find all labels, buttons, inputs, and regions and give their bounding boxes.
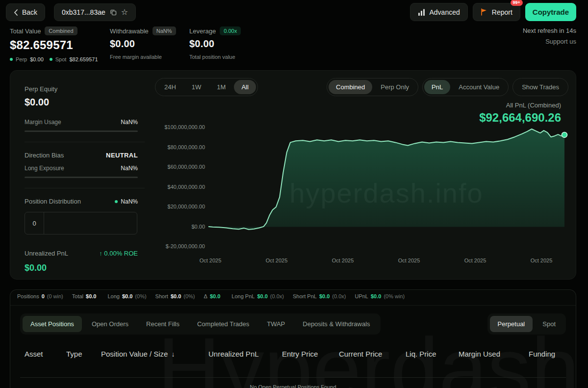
y-tick-label: $0.00: [157, 224, 205, 230]
col-header-entry-price[interactable]: Entry Price: [282, 350, 318, 358]
combined-badge: Combined: [45, 26, 77, 35]
tab-24h[interactable]: 24H: [157, 80, 183, 94]
unrealized-pnl-label: Unrealized PnL: [25, 250, 68, 257]
summary-short-pnl: Short PnL$0.0(0.0x): [293, 293, 346, 299]
total-value-stat: Total Value Combined $82.659571 Perp $0.…: [10, 26, 98, 62]
perp-value: $0.00: [30, 56, 44, 62]
col-header-current-price[interactable]: Current Price: [339, 350, 382, 358]
spot-label: Spot: [55, 56, 67, 62]
col-header-unrealized-pnl[interactable]: Unrealized PnL: [208, 350, 259, 358]
topbar-actions: Advanced Report 99+ Copytrade: [410, 3, 577, 21]
tab-asset-positions[interactable]: Asset Positions: [23, 316, 82, 332]
positions-section: Hyperdash Positions0(0 win) Total$0.0 Lo…: [10, 289, 576, 388]
distribution-dot-icon: [115, 200, 118, 203]
perp-dot-icon: [10, 58, 13, 61]
support-us-link[interactable]: Support us: [545, 38, 576, 45]
report-label: Report: [492, 8, 512, 16]
direction-bias-value: NEUTRAL: [106, 152, 138, 159]
withdrawable-badge: NaN%: [153, 26, 176, 35]
perp-label: Perp: [16, 56, 27, 62]
direction-bias-label: Direction Bias: [25, 152, 64, 159]
x-tick-label: Oct 2025: [332, 258, 354, 263]
top-bar: Back 0xb317...83ae ☆ Advanced Report 99+…: [0, 0, 588, 24]
withdrawable-amount: $0.00: [110, 38, 176, 50]
back-button[interactable]: Back: [6, 3, 45, 21]
unrealized-pnl-value: $0.00: [25, 263, 138, 273]
long-exposure-label: Long Exposure: [25, 165, 64, 172]
leverage-stat: Leverage 0.00x $0.00 Total position valu…: [189, 26, 241, 60]
positions-summary-row: Positions0(0 win) Total$0.0 Long$0.0(0%)…: [17, 293, 571, 299]
show-trades-group: Show Trades: [512, 78, 568, 96]
margin-usage-value: NaN%: [121, 119, 138, 126]
long-exposure-value: NaN%: [121, 165, 138, 172]
table-tabs-row: Asset Positions Open Orders Recent Fills…: [20, 313, 566, 335]
report-button[interactable]: Report 99+: [473, 3, 520, 21]
col-header-position-value[interactable]: Position Value / Size ↓: [101, 350, 175, 358]
tab-completed-trades[interactable]: Completed Trades: [189, 316, 257, 332]
col-header-liq-price[interactable]: Liq. Price: [406, 350, 436, 358]
summary-positions: Positions0(0 win): [17, 293, 63, 299]
x-tick-label: Oct 2025: [200, 258, 222, 263]
tab-1m[interactable]: 1M: [209, 80, 233, 94]
tab-account-value[interactable]: Account Value: [451, 80, 507, 94]
star-icon[interactable]: ☆: [121, 8, 128, 16]
leverage-badge: 0.00x: [220, 26, 241, 35]
divider: [10, 305, 576, 306]
spot-dot-icon: [50, 58, 52, 61]
spot-value: $82.659571: [69, 56, 98, 62]
copytrade-button[interactable]: Copytrade: [525, 3, 576, 21]
y-tick-label: $20,000,000.00: [157, 204, 205, 209]
tab-all[interactable]: All: [234, 80, 256, 94]
summary-long-pnl: Long PnL$0.0(0.0x): [231, 293, 284, 299]
copy-icon[interactable]: [110, 9, 117, 16]
total-value-amount: $82.659571: [10, 38, 98, 52]
leverage-amount: $0.00: [189, 38, 241, 50]
summary-total: Total$0.0: [72, 293, 99, 299]
table-tabs: Asset Positions Open Orders Recent Fills…: [20, 313, 381, 335]
pnl-chart[interactable]: hyperdash.info $100,000,000.00$80,000,00…: [157, 122, 579, 267]
time-range-tabs: 24H 1W 1M All: [155, 78, 258, 96]
pnl-chart-canvas[interactable]: [157, 122, 579, 267]
show-trades-toggle[interactable]: Show Trades: [514, 80, 566, 94]
wallet-address-pill[interactable]: 0xb317...83ae ☆: [54, 3, 136, 21]
tab-spot[interactable]: Spot: [535, 316, 563, 332]
flag-icon: [481, 8, 487, 16]
distribution-bin: 0: [25, 212, 44, 234]
col-header-position-value-label: Position Value / Size: [101, 350, 168, 358]
x-tick-label: Oct 2025: [531, 258, 553, 263]
summary-long: Long$0.0(0%): [107, 293, 146, 299]
tab-perpetual[interactable]: Perpetual: [490, 316, 533, 332]
tab-combined[interactable]: Combined: [329, 80, 372, 94]
pnl-header-label: All PnL (Combined): [479, 102, 561, 109]
col-header-margin-used[interactable]: Margin Used: [459, 350, 500, 358]
back-label: Back: [22, 8, 37, 16]
tab-deposits-withdrawals[interactable]: Deposits & Withdrawals: [295, 316, 378, 332]
market-tabs: Perpetual Spot: [487, 313, 566, 335]
tab-perp-only[interactable]: Perp Only: [373, 80, 416, 94]
tab-pnl[interactable]: PnL: [424, 80, 450, 94]
pnl-header: All PnL (Combined) $92,664,690.26: [479, 102, 561, 125]
col-header-type[interactable]: Type: [66, 350, 82, 358]
divider: [25, 142, 145, 142]
position-distribution-label: Position Distribution: [25, 198, 81, 205]
advanced-button[interactable]: Advanced: [410, 3, 468, 21]
chart-toggle-groups: Combined Perp Only PnL Account Value Sho…: [327, 78, 568, 96]
col-header-funding[interactable]: Funding: [529, 350, 555, 358]
withdrawable-stat: Withdrawable NaN% $0.00 Free margin avai…: [110, 26, 176, 60]
pnl-area: [208, 129, 564, 230]
tab-recent-fills[interactable]: Recent Fills: [138, 316, 187, 332]
divider: [20, 377, 566, 378]
tab-1w[interactable]: 1W: [184, 80, 209, 94]
tab-twap[interactable]: TWAP: [259, 316, 293, 332]
x-tick-label: Oct 2025: [464, 258, 486, 263]
tab-open-orders[interactable]: Open Orders: [84, 316, 136, 332]
summary-short: Short$0.0(0%): [155, 293, 195, 299]
y-tick-label: $60,000,000.00: [157, 164, 205, 170]
summary-upnl: UPnL$0.0(0% win): [355, 293, 405, 299]
mode-tabs: Combined Perp Only: [327, 78, 418, 96]
margin-usage-label: Margin Usage: [25, 119, 61, 126]
chart-end-dot: [562, 132, 567, 137]
col-header-asset[interactable]: Asset: [25, 350, 43, 358]
leverage-label: Leverage: [189, 27, 216, 35]
perp-equity-value: $0.00: [25, 97, 138, 108]
